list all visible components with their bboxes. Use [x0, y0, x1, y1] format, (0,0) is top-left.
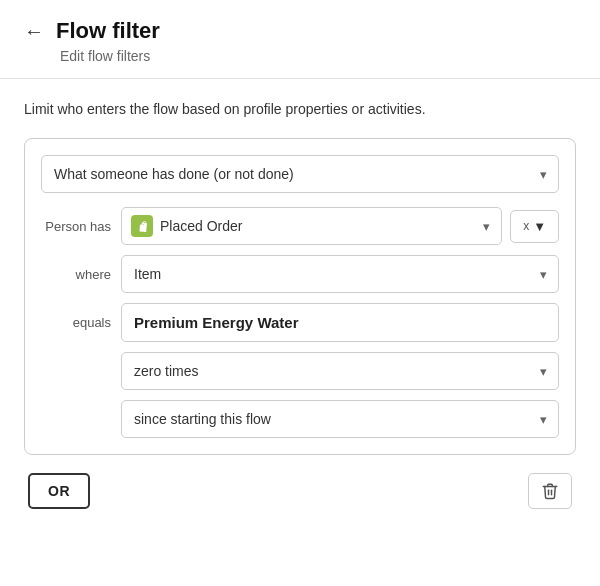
- since-select[interactable]: since starting this flow over all time i…: [121, 400, 559, 438]
- where-select[interactable]: Item Category Price Quantity: [121, 255, 559, 293]
- equals-row: equals: [41, 303, 559, 342]
- bottom-actions: OR: [24, 473, 576, 509]
- person-has-row: Person has Placed Order Viewed: [41, 207, 559, 245]
- equals-label: equals: [41, 315, 111, 330]
- person-has-controls: Placed Order Viewed Product Added to Car…: [121, 207, 559, 245]
- page-subtitle: Edit flow filters: [24, 48, 576, 64]
- person-has-label: Person has: [41, 219, 111, 234]
- filter-clear-button[interactable]: x ▼: [510, 210, 559, 243]
- person-has-select-wrapper: Placed Order Viewed Product Added to Car…: [121, 207, 502, 245]
- since-select-wrapper: since starting this flow over all time i…: [121, 400, 559, 438]
- or-button[interactable]: OR: [28, 473, 90, 509]
- page-header: ← Flow filter Edit flow filters: [0, 0, 600, 79]
- filter-card: What someone has done (or not done) Prop…: [24, 138, 576, 455]
- times-select-wrapper: zero times at least once exactly once: [121, 352, 559, 390]
- placed-order-select[interactable]: Placed Order Viewed Product Added to Car…: [121, 207, 502, 245]
- equals-input-wrapper: [121, 303, 559, 342]
- filter-type-row: What someone has done (or not done) Prop…: [41, 155, 559, 193]
- since-controls: since starting this flow over all time i…: [121, 400, 559, 438]
- filter-funnel-icon: ▼: [533, 219, 546, 234]
- filter-rows: Person has Placed Order Viewed: [41, 207, 559, 438]
- back-button[interactable]: ←: [24, 21, 44, 41]
- page-title: Flow filter: [56, 18, 160, 44]
- filter-type-select[interactable]: What someone has done (or not done) Prop…: [41, 155, 559, 193]
- times-select[interactable]: zero times at least once exactly once: [121, 352, 559, 390]
- where-label: where: [41, 267, 111, 282]
- filter-clear-x: x: [523, 219, 529, 233]
- delete-button[interactable]: [528, 473, 572, 509]
- times-controls: zero times at least once exactly once: [121, 352, 559, 390]
- times-row: zero times at least once exactly once: [41, 352, 559, 390]
- where-row: where Item Category Price Quantity: [41, 255, 559, 293]
- description-text: Limit who enters the flow based on profi…: [24, 99, 576, 120]
- equals-input[interactable]: [121, 303, 559, 342]
- where-controls: Item Category Price Quantity: [121, 255, 559, 293]
- equals-controls: [121, 303, 559, 342]
- main-content: Limit who enters the flow based on profi…: [0, 79, 600, 529]
- trash-icon: [541, 482, 559, 500]
- since-row: since starting this flow over all time i…: [41, 400, 559, 438]
- filter-type-select-wrapper: What someone has done (or not done) Prop…: [41, 155, 559, 193]
- where-select-wrapper: Item Category Price Quantity: [121, 255, 559, 293]
